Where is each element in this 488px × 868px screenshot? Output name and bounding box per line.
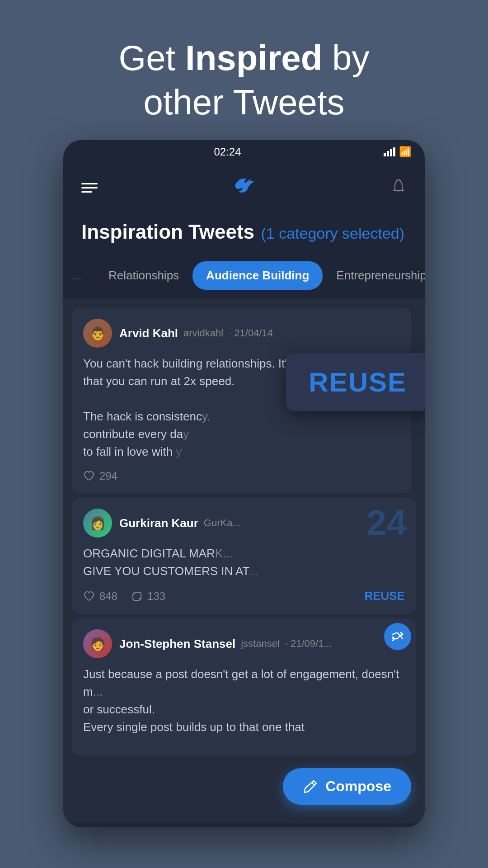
tweet-3-avatar: 🧑 [83, 629, 112, 658]
bell-icon[interactable] [390, 178, 407, 198]
tweet-2-actions: 848 133 REUSE [83, 589, 405, 603]
hero-suffix-text: by [322, 38, 369, 78]
hero-bold-text: Inspired [185, 38, 322, 78]
tweet-2-text: ORGANIC DIGITAL MARK... GIVE YOU CUSTOME… [83, 545, 405, 580]
phone-frame: 02:24 📶 Insp [63, 140, 425, 827]
tweet-1-handle: arvidkahl [183, 327, 223, 339]
tweet-3-author: Jon-Stephen Stansel [119, 637, 235, 651]
tweet-2-author: Gurkiran Kaur [119, 516, 198, 530]
compose-button[interactable]: Compose [283, 768, 411, 805]
tweet-2-retweet-count: 133 [147, 590, 165, 603]
tweet-1-like-button[interactable]: 294 [83, 470, 117, 482]
hero-title: Get Inspired by other Tweets [27, 36, 461, 124]
top-nav [63, 164, 425, 212]
tweet-3-header: 🧑 Jon-Stephen Stansel jsstansel · 21/09/… [83, 629, 405, 658]
status-bar: 02:24 📶 [63, 140, 425, 164]
tweet-2-like-button[interactable]: 848 [83, 590, 117, 603]
tweet-1-avatar: 👨 [83, 319, 112, 348]
tweet-3-date: · 21/09/1... [285, 638, 332, 650]
tweets-area: 👨 Arvid Kahl arvidkahl · 21/04/14 You ca… [63, 299, 425, 823]
hero-line2: other Tweets [143, 82, 344, 122]
tweet-1-author: Arvid Kahl [119, 326, 178, 340]
shuffle-icon-card[interactable] [384, 623, 411, 650]
tab-audience-building[interactable]: Audience Building [192, 261, 323, 290]
wifi-icon: 📶 [399, 146, 411, 158]
tweet-3-text: Just because a post doesn't get a lot of… [83, 665, 405, 736]
tab-entrepreneurship[interactable]: Entrepreneurship [323, 261, 425, 290]
compose-label: Compose [325, 778, 391, 795]
tweet-2-retweet-button[interactable]: 133 [131, 590, 165, 603]
tab-relationships[interactable]: Relationships [95, 261, 192, 290]
signal-icon [384, 147, 395, 156]
tweet-2-reuse-button[interactable]: REUSE [364, 589, 405, 603]
tweet-card-2: 👩 Gurkiran Kaur GurKa... 24 ORGANIC DIGI… [72, 498, 416, 614]
number-overlay: 24 [366, 502, 407, 544]
reuse-big-label: REUSE [309, 367, 407, 397]
category-tabs: ... Relationships Audience Building Entr… [63, 257, 425, 299]
tab-relationships-label: Relationships [108, 269, 179, 282]
reuse-overlay-1[interactable]: REUSE [286, 353, 425, 411]
tweet-2-header: 👩 Gurkiran Kaur GurKa... 24 [83, 509, 405, 538]
page-subtitle: (1 category selected) [261, 225, 404, 242]
tab-entrepreneurship-label: Entrepreneurship [336, 269, 425, 282]
tweet-3-handle: jsstansel [241, 638, 280, 650]
tweet-2-avatar: 👩 [83, 509, 112, 538]
tab-partial[interactable]: ... [63, 262, 95, 289]
tweet-card-1: 👨 Arvid Kahl arvidkahl · 21/04/14 You ca… [63, 308, 425, 493]
tweet-1-header: 👨 Arvid Kahl arvidkahl · 21/04/14 [83, 319, 400, 348]
status-time: 02:24 [214, 146, 241, 158]
hero-normal-text: Get [119, 38, 185, 78]
tweet-1-date: · 21/04/14 [229, 327, 273, 339]
page-title: Inspiration Tweets [81, 221, 254, 243]
tweet-2-handle: GurKa... [204, 517, 241, 529]
page-title-area: Inspiration Tweets (1 category selected) [63, 212, 425, 257]
hero-section: Get Inspired by other Tweets [0, 0, 488, 147]
tweet-1-like-count: 294 [99, 470, 117, 482]
menu-button[interactable] [81, 183, 98, 193]
tweet-1-actions: 294 [83, 470, 400, 482]
tab-audience-label: Audience Building [206, 269, 309, 282]
tweet-card-3: 🧑 Jon-Stephen Stansel jsstansel · 21/09/… [72, 618, 416, 756]
tweet-2-like-count: 848 [99, 590, 117, 603]
app-logo [231, 173, 257, 203]
status-icons: 📶 [384, 146, 411, 158]
